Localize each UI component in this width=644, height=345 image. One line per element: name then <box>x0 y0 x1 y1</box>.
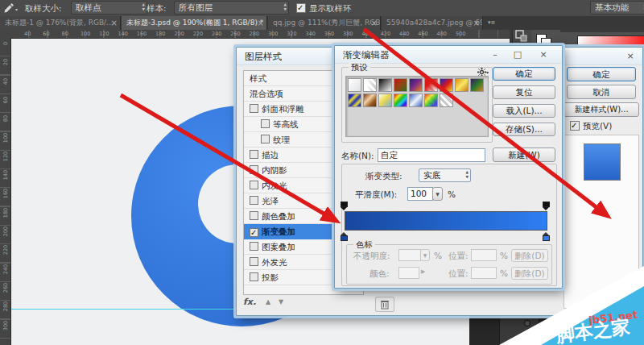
ruler-mark: 40 <box>24 31 31 37</box>
cancel-button[interactable]: 取消 <box>567 85 636 99</box>
eyedropper-icon[interactable] <box>3 2 14 14</box>
ruler-mark: 120 <box>99 31 109 37</box>
stops-label: 色标 <box>353 239 375 251</box>
location-label: 位置: <box>448 268 469 280</box>
minimize-icon[interactable]: – <box>486 48 504 60</box>
ok-button[interactable]: 确定 <box>493 67 555 81</box>
percent-sign: % <box>434 251 442 260</box>
move-effect-down-icon[interactable]: ▼ <box>279 298 283 306</box>
ruler-mark: 500 <box>456 31 465 37</box>
updown-arrows-icon: ▲▼ <box>466 170 469 180</box>
effect-checkbox[interactable] <box>250 181 258 189</box>
document-tab-2-active[interactable]: 未标题-3.psd @ 190%(椭圆 1, RGB/8) * × <box>122 16 267 30</box>
close-icon[interactable]: × <box>111 16 118 30</box>
effect-checkbox[interactable] <box>250 211 258 220</box>
show-ring-checkbox[interactable] <box>296 3 306 13</box>
preview-checkbox[interactable] <box>570 121 580 131</box>
ruler-mark: 200 <box>174 31 184 37</box>
maximize-icon[interactable]: □ <box>509 48 526 60</box>
document-tab-1[interactable]: 未标题-1 @ 176%(背景, RGB/... × <box>0 16 121 30</box>
load-button[interactable]: 载入(L)... <box>493 104 555 118</box>
smoothness-input[interactable]: 100 <box>407 187 433 201</box>
smoothness-spinner[interactable]: ▼ <box>432 187 443 201</box>
percent-sign: % <box>500 251 508 260</box>
ruler-mark: 80 <box>2 114 9 124</box>
gradient-preset-thumb[interactable] <box>409 78 423 92</box>
ruler-mark: 60 <box>43 31 49 37</box>
sample-dropdown[interactable]: 所有图层 ▲▼ <box>174 1 289 15</box>
trash-icon <box>380 299 390 310</box>
reset-button[interactable]: 复位 <box>493 85 555 99</box>
color-stop-left[interactable] <box>341 232 348 241</box>
move-effect-up-icon[interactable]: ▲ <box>266 298 270 306</box>
gradient-preset-thumb[interactable] <box>363 78 377 92</box>
sample-size-dropdown[interactable]: 取样点 ▲▼ <box>71 1 147 15</box>
gradient-preset-thumb[interactable] <box>424 94 438 107</box>
gradient-preset-thumb[interactable] <box>440 78 453 92</box>
tab-overflow-icon[interactable]: ▾≡ <box>488 19 495 26</box>
effect-checkbox[interactable] <box>250 104 258 113</box>
opacity-stop-left[interactable] <box>341 202 348 210</box>
horizontal-ruler[interactable]: 4060801001201401601802002202402602803003… <box>10 30 510 39</box>
gradient-preset-thumb[interactable] <box>378 94 392 107</box>
effect-checkbox[interactable] <box>250 257 258 266</box>
gradient-preset-thumb[interactable] <box>363 94 377 107</box>
gradient-editor-title-bar[interactable]: 渐变编辑器 <box>335 46 562 64</box>
effect-label: 内阴影 <box>262 165 287 175</box>
ruler-mark: 160 <box>2 189 9 199</box>
effect-label: 光泽 <box>262 196 279 206</box>
gradient-type-dropdown[interactable]: 实底 ▲▼ <box>419 168 471 182</box>
new-style-button[interactable]: 新建样式(W)... <box>564 102 639 117</box>
style-preview-panel <box>564 135 639 309</box>
new-gradient-button[interactable]: 新建(W) <box>493 148 555 162</box>
effect-checkbox[interactable] <box>250 150 258 159</box>
fx-icon[interactable]: fx. <box>243 297 256 307</box>
color-ramp[interactable] <box>577 35 644 47</box>
ruler-mark: 240 <box>212 31 221 37</box>
sample-label: 样本: <box>147 3 167 15</box>
gradient-presets-well <box>345 76 489 137</box>
gradient-name-input[interactable]: 自定 <box>378 148 485 162</box>
document-tab-3[interactable]: qq.jpg @ 111%(秀川巨蟹, RGB/... × <box>268 16 381 30</box>
ruler-mark: 260 <box>2 282 9 293</box>
effect-checkbox[interactable] <box>250 165 258 174</box>
gradient-preset-thumb[interactable] <box>348 94 361 107</box>
effect-checkbox[interactable] <box>261 119 270 128</box>
opacity-stop-right[interactable] <box>543 202 550 210</box>
color-stop-right[interactable] <box>543 232 550 241</box>
delete-effect-button[interactable] <box>375 297 394 312</box>
close-icon[interactable]: × <box>535 48 552 60</box>
effect-label: 样式 <box>250 73 266 83</box>
ruler-mark: 440 <box>399 31 409 37</box>
effect-checkbox[interactable] <box>250 242 258 251</box>
effect-checkbox[interactable] <box>250 196 258 205</box>
gradient-preset-thumb[interactable] <box>378 78 392 92</box>
close-icon[interactable]: × <box>621 50 639 62</box>
gradient-preset-thumb[interactable] <box>348 78 361 92</box>
gradient-preset-thumb[interactable] <box>394 94 407 107</box>
ok-button[interactable]: 确定 <box>567 67 636 81</box>
effect-checkbox[interactable] <box>250 228 258 237</box>
gradient-preview-bar[interactable] <box>345 211 547 231</box>
gradient-preset-thumb[interactable] <box>455 78 469 92</box>
effect-checkbox[interactable] <box>250 272 258 281</box>
divider <box>288 2 289 15</box>
gradient-preset-thumb[interactable] <box>409 94 423 107</box>
color-picker-arrow-icon: ▶ <box>421 268 425 275</box>
gradient-preset-thumb[interactable] <box>424 78 438 92</box>
workspace-switcher[interactable]: 基本功能 ▲▼ <box>590 1 644 15</box>
gradient-preset-thumb[interactable] <box>470 78 484 92</box>
ruler-mark: 260 <box>230 31 240 37</box>
document-tab-4[interactable]: 55940a428a4c7.jpeg @ 69.9%(RGB/... × <box>382 16 483 30</box>
gradient-preset-thumb[interactable] <box>394 78 407 92</box>
close-icon[interactable]: × <box>473 16 480 30</box>
name-label: 名称(N): <box>341 151 374 162</box>
ruler-mark: 180 <box>155 31 165 37</box>
tool-preset-caret[interactable]: ▾ <box>15 6 18 12</box>
close-icon[interactable]: × <box>371 16 378 30</box>
close-icon[interactable]: × <box>258 16 264 30</box>
effect-checkbox[interactable] <box>261 135 270 143</box>
gradient-preset-thumb[interactable] <box>440 94 453 107</box>
vertical-ruler[interactable]: 0204060801001201401601802002202402602803… <box>0 38 11 345</box>
save-button[interactable]: 存储(S)... <box>493 123 555 136</box>
